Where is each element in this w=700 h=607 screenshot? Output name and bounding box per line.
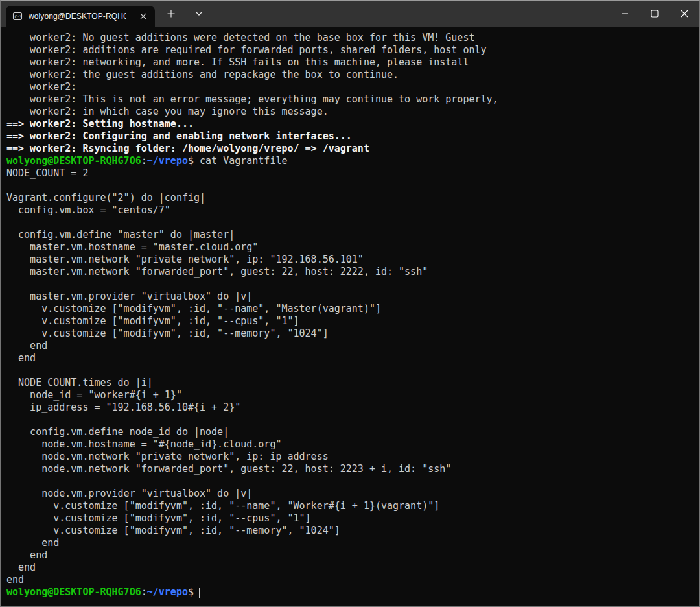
terminal-line: node.vm.hostname = "#{node_id}.cloud.org… — [6, 438, 697, 451]
prompt-user-host: wolyong@DESKTOP-RQHG7O6 — [6, 155, 141, 167]
terminal-line — [6, 414, 697, 426]
terminal-text: v.customize ["modifyvm", :id, "--name", … — [6, 500, 439, 512]
prompt-cwd: ~/vrepo — [147, 586, 188, 598]
terminal-line: worker2: additions are required for forw… — [6, 44, 697, 56]
terminal-line — [6, 364, 697, 377]
terminal-text: worker2: networking, and more. If SSH fa… — [6, 56, 469, 68]
terminal-line: ip_address = "192.168.56.10#{i + 2}" — [6, 401, 697, 414]
maximize-button[interactable] — [640, 1, 670, 27]
terminal-line: ==> worker2: Rsyncing folder: /home/woly… — [6, 143, 697, 155]
terminal-line: end — [6, 574, 697, 586]
terminal-text: node_id = "worker#{i + 1}" — [6, 389, 182, 401]
terminal-text: : — [141, 155, 147, 167]
terminal-text: $ — [188, 586, 194, 598]
terminal-line — [6, 278, 697, 291]
terminal-line: worker2: This is not an error message; e… — [6, 93, 697, 106]
titlebar[interactable]: C:\ wolyong@DESKTOP-RQHG7O6 — [1, 1, 699, 27]
terminal-text: end — [6, 537, 59, 549]
terminal-text: config.vm.define "master" do |master| — [6, 229, 235, 241]
terminal-line — [6, 180, 697, 192]
terminal-text: worker2: the guest additions and repacka… — [6, 69, 399, 80]
terminal-text: ==> worker2: Rsyncing folder: /home/woly… — [6, 143, 369, 154]
terminal-text: node.vm.network "private_network", ip: i… — [6, 451, 329, 462]
prompt-cwd: ~/vrepo — [147, 155, 188, 167]
terminal-text: node.vm.provider "virtualbox" do |v| — [6, 488, 252, 499]
terminal-text: master.vm.provider "virtualbox" do |v| — [6, 291, 252, 302]
terminal-line: worker2: networking, and more. If SSH fa… — [6, 56, 697, 69]
tab-bar-divider — [185, 8, 185, 19]
terminal-line: v.customize ["modifyvm", :id, "--memory"… — [6, 525, 697, 537]
terminal-text: Vagrant.configure("2") do |config| — [6, 192, 205, 204]
terminal-text: ==> worker2: Configuring and enabling ne… — [6, 130, 352, 142]
titlebar-drag-region[interactable] — [211, 1, 610, 27]
terminal-line: worker2: No guest additions were detecte… — [6, 32, 697, 44]
terminal-line: v.customize ["modifyvm", :id, "--name", … — [6, 303, 697, 315]
terminal-text: worker2: No guest additions were detecte… — [6, 32, 474, 43]
terminal-text: end — [6, 340, 47, 351]
close-button[interactable] — [670, 1, 699, 27]
terminal-line: master.vm.provider "virtualbox" do |v| — [6, 291, 697, 303]
command-prompt-icon: C:\ — [12, 11, 23, 21]
terminal-line: NODE_COUNT = 2 — [6, 167, 697, 180]
terminal-output[interactable]: worker2: No guest additions were detecte… — [1, 27, 699, 606]
terminal-text: NODE_COUNT.times do |i| — [6, 377, 153, 388]
terminal-line — [6, 475, 697, 488]
svg-text:C:\: C:\ — [14, 14, 22, 19]
terminal-line: end — [6, 562, 697, 574]
terminal-line: node.vm.network "forwarded_port", guest:… — [6, 463, 697, 475]
terminal-line: wolyong@DESKTOP-RQHG7O6:~/vrepo$ cat Vag… — [6, 155, 697, 167]
terminal-text: master.vm.hostname = "master.cloud.org" — [6, 241, 258, 253]
new-tab-button[interactable] — [159, 3, 183, 24]
terminal-line: worker2: — [6, 81, 697, 93]
terminal-line: end — [6, 549, 697, 562]
terminal-line: wolyong@DESKTOP-RQHG7O6:~/vrepo$ — [6, 586, 697, 599]
minimize-button[interactable] — [610, 1, 640, 27]
terminal-line: ==> worker2: Setting hostname... — [6, 118, 697, 130]
terminal-text: : — [141, 586, 147, 598]
terminal-text: end — [6, 549, 47, 561]
terminal-text: worker2: — [6, 81, 76, 93]
terminal-line: config.vm.box = "centos/7" — [6, 204, 697, 217]
terminal-text: v.customize ["modifyvm", :id, "--name", … — [6, 303, 381, 315]
terminal-text: worker2: This is not an error message; e… — [6, 93, 498, 105]
terminal-text: master.vm.network "forwarded_port", gues… — [6, 266, 428, 278]
terminal-line: ==> worker2: Configuring and enabling ne… — [6, 130, 697, 143]
terminal-line: NODE_COUNT.times do |i| — [6, 377, 697, 389]
terminal-line: node_id = "worker#{i + 1}" — [6, 389, 697, 401]
terminal-text: ip_address = "192.168.56.10#{i + 2}" — [6, 401, 240, 413]
terminal-text: v.customize ["modifyvm", :id, "--cpus", … — [6, 315, 299, 327]
terminal-window: C:\ wolyong@DESKTOP-RQHG7O6 — [0, 0, 700, 607]
tab-active[interactable]: C:\ wolyong@DESKTOP-RQHG7O6 — [6, 6, 155, 27]
terminal-line: v.customize ["modifyvm", :id, "--cpus", … — [6, 315, 697, 327]
terminal-line: v.customize ["modifyvm", :id, "--cpus", … — [6, 512, 697, 525]
terminal-line: v.customize ["modifyvm", :id, "--name", … — [6, 500, 697, 512]
terminal-line: end — [6, 537, 697, 549]
terminal-text: ==> worker2: Setting hostname... — [6, 118, 194, 130]
terminal-line: Vagrant.configure("2") do |config| — [6, 192, 697, 204]
terminal-text: NODE_COUNT = 2 — [6, 167, 88, 179]
terminal-line: end — [6, 340, 697, 352]
terminal-text: end — [6, 574, 24, 586]
terminal-text: config.vm.define node_id do |node| — [6, 426, 229, 438]
terminal-text: v.customize ["modifyvm", :id, "--cpus", … — [6, 512, 311, 524]
terminal-line: node.vm.network "private_network", ip: i… — [6, 451, 697, 463]
terminal-cursor — [199, 588, 200, 598]
terminal-text: v.customize ["modifyvm", :id, "--memory"… — [6, 525, 340, 536]
prompt-user-host: wolyong@DESKTOP-RQHG7O6 — [6, 586, 141, 598]
terminal-text: end — [6, 352, 36, 364]
terminal-line: master.vm.network "private_network", ip:… — [6, 254, 697, 266]
terminal-text: config.vm.box = "centos/7" — [6, 204, 170, 216]
terminal-line: worker2: in which case you may ignore th… — [6, 106, 697, 118]
terminal-line: end — [6, 352, 697, 364]
terminal-line: v.customize ["modifyvm", :id, "--memory"… — [6, 327, 697, 340]
terminal-line: master.vm.network "forwarded_port", gues… — [6, 266, 697, 278]
terminal-line: worker2: the guest additions and repacka… — [6, 69, 697, 81]
terminal-line — [6, 217, 697, 229]
tab-title: wolyong@DESKTOP-RQHG7O6 — [29, 12, 126, 21]
terminal-line: config.vm.define "master" do |master| — [6, 229, 697, 241]
terminal-text: v.customize ["modifyvm", :id, "--memory"… — [6, 327, 329, 339]
tab-dropdown-button[interactable] — [187, 3, 211, 24]
tab-close-icon[interactable] — [135, 8, 151, 24]
terminal-line: config.vm.define node_id do |node| — [6, 426, 697, 438]
terminal-text: master.vm.network "private_network", ip:… — [6, 254, 364, 265]
